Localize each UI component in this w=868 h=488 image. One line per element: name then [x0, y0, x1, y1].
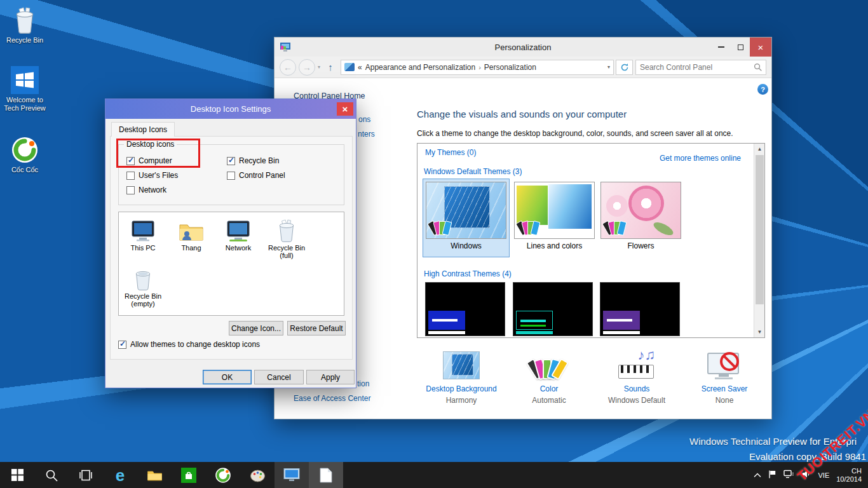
show-hidden-icons-button[interactable]	[754, 471, 761, 480]
allow-themes-checkbox[interactable]: Allow themes to change desktop icons	[118, 340, 260, 349]
recycle-bin-full-icon	[263, 216, 310, 243]
chevron-up-icon	[754, 473, 761, 478]
dialog-close-button[interactable]	[337, 102, 353, 116]
annotation-highlight-rectangle	[116, 139, 200, 168]
sidebar-item-ease-of-access[interactable]: Ease of Access Center	[294, 394, 370, 403]
desktop-background-setting[interactable]: Desktop Background Harmony	[417, 348, 506, 405]
color-setting[interactable]: Color Automatic	[505, 348, 593, 405]
clock[interactable]: CH 10/2014	[836, 467, 862, 484]
dialog-titlebar[interactable]: Desktop Icon Settings	[105, 99, 356, 119]
checkbox-users-files[interactable]: User's Files	[126, 171, 178, 180]
desktop-icon-label: Recycle Bin	[0, 36, 50, 44]
forward-button[interactable]	[299, 59, 315, 76]
close-button[interactable]	[750, 37, 771, 57]
checkbox-icon[interactable]	[227, 172, 235, 180]
this-pc-icon	[119, 216, 166, 243]
cancel-button[interactable]: Cancel	[254, 370, 304, 384]
setting-label[interactable]: Screen Saver	[680, 384, 769, 393]
preview-icon-recycle-bin-full[interactable]: Recycle Bin (full)	[263, 216, 310, 259]
breadcrumb-location-icon	[344, 63, 355, 71]
breadcrumb-collapse-chevrons[interactable]: «	[358, 63, 362, 72]
theme-list-scrollbar[interactable]	[754, 144, 764, 337]
breadcrumb[interactable]: « Appearance and Personalization Persona…	[341, 60, 614, 75]
checkbox-network[interactable]: Network	[126, 186, 166, 194]
coccoc-button[interactable]	[206, 462, 240, 488]
search-button[interactable]	[34, 462, 69, 488]
file-explorer-button[interactable]	[137, 462, 172, 488]
network-button[interactable]	[783, 470, 794, 480]
icon-preview-list: This PC Thang Network	[118, 212, 344, 316]
get-more-themes-link[interactable]: Get more themes online	[660, 154, 741, 163]
navigation-bar: « Appearance and Personalization Persona…	[275, 57, 771, 78]
paint-button[interactable]	[240, 462, 275, 488]
setting-label[interactable]: Sounds	[592, 384, 681, 393]
sounds-setting[interactable]: Sounds Windows Default	[592, 348, 681, 405]
change-icon-button[interactable]: Change Icon...	[229, 321, 283, 336]
window-titlebar[interactable]: Personalization	[275, 37, 771, 57]
breadcrumb-dropdown-icon[interactable]	[607, 64, 610, 70]
dialog-title: Desktop Icon Settings	[191, 104, 271, 114]
checkbox-control-panel[interactable]: Control Panel	[227, 171, 285, 180]
theme-high-contrast-2[interactable]	[513, 282, 593, 336]
preview-icon-recycle-bin-empty[interactable]: Recycle Bin (empty)	[119, 264, 166, 308]
setting-label[interactable]: Color	[505, 384, 593, 393]
checkbox-icon[interactable]	[126, 186, 135, 194]
paint-icon	[250, 468, 266, 482]
restore-default-button[interactable]: Restore Default	[287, 321, 346, 336]
color-swatches-icon	[604, 219, 632, 236]
task-view-icon	[79, 470, 93, 481]
maximize-button[interactable]	[731, 37, 750, 57]
language-indicator[interactable]: VIE	[818, 471, 830, 479]
setting-label[interactable]: Desktop Background	[417, 384, 506, 393]
flag-icon	[768, 470, 776, 478]
checkbox-icon[interactable]	[118, 341, 126, 349]
network-icon	[215, 216, 262, 243]
desktop-icon-welcome[interactable]: Welcome to Tech Preview	[0, 65, 50, 112]
apply-button[interactable]: Apply	[306, 370, 355, 384]
desktop-icon-coccoc[interactable]: Cốc Cốc	[0, 135, 50, 174]
task-view-button[interactable]	[69, 462, 103, 488]
scrollbar-thumb[interactable]	[756, 155, 764, 304]
tab-desktop-icons[interactable]: Desktop Icons	[111, 122, 175, 137]
scroll-down-icon[interactable]	[754, 327, 765, 337]
breadcrumb-item-personalization[interactable]: Personalization	[484, 63, 536, 72]
up-button[interactable]	[323, 60, 338, 75]
theme-lines-and-colors[interactable]: Lines and colors	[511, 179, 598, 257]
theme-high-contrast-1[interactable]	[425, 282, 505, 336]
theme-windows[interactable]: Windows	[423, 179, 510, 257]
checkbox-icon[interactable]	[227, 157, 235, 165]
sidebar-item-truncated-1[interactable]: ons	[358, 115, 370, 124]
theme-windows-thumbnail	[426, 182, 506, 239]
sidebar-item-truncated-3[interactable]: tion	[357, 379, 369, 388]
ok-button[interactable]: OK	[203, 370, 252, 384]
active-document-app-button[interactable]	[309, 462, 343, 488]
sidebar-item-truncated-2[interactable]: nters	[358, 130, 375, 139]
coccoc-icon	[215, 467, 231, 484]
history-dropdown-icon[interactable]	[318, 64, 320, 70]
screen-saver-icon	[680, 348, 769, 383]
help-icon[interactable]	[757, 84, 768, 95]
refresh-button[interactable]	[616, 60, 633, 75]
maximize-icon	[738, 44, 743, 50]
theme-flowers[interactable]: Flowers	[597, 179, 684, 257]
internet-explorer-button[interactable]: e	[103, 462, 137, 488]
scroll-up-icon[interactable]	[754, 144, 765, 154]
checkbox-icon[interactable]	[126, 172, 135, 180]
desktop-icon-recycle-bin[interactable]: Recycle Bin	[0, 5, 50, 44]
screen-saver-setting[interactable]: Screen Saver None	[680, 348, 769, 405]
display-settings-app-button[interactable]	[275, 462, 309, 488]
checkbox-recycle-bin[interactable]: Recycle Bin	[227, 156, 279, 165]
preview-icon-user-folder[interactable]: Thang	[168, 216, 215, 252]
back-button[interactable]	[280, 59, 296, 76]
page-title: Change the visuals and sounds on your co…	[417, 109, 627, 119]
preview-icon-this-pc[interactable]: This PC	[119, 216, 166, 252]
minimize-button[interactable]	[712, 37, 731, 57]
search-icon[interactable]	[754, 63, 762, 71]
store-button[interactable]	[172, 462, 206, 488]
preview-icon-network[interactable]: Network	[215, 216, 262, 252]
start-button[interactable]	[0, 462, 34, 488]
breadcrumb-item-appearance[interactable]: Appearance and Personalization	[365, 63, 475, 72]
theme-high-contrast-3[interactable]	[600, 282, 680, 336]
action-center-button[interactable]	[768, 470, 776, 480]
search-input[interactable]	[640, 63, 751, 72]
